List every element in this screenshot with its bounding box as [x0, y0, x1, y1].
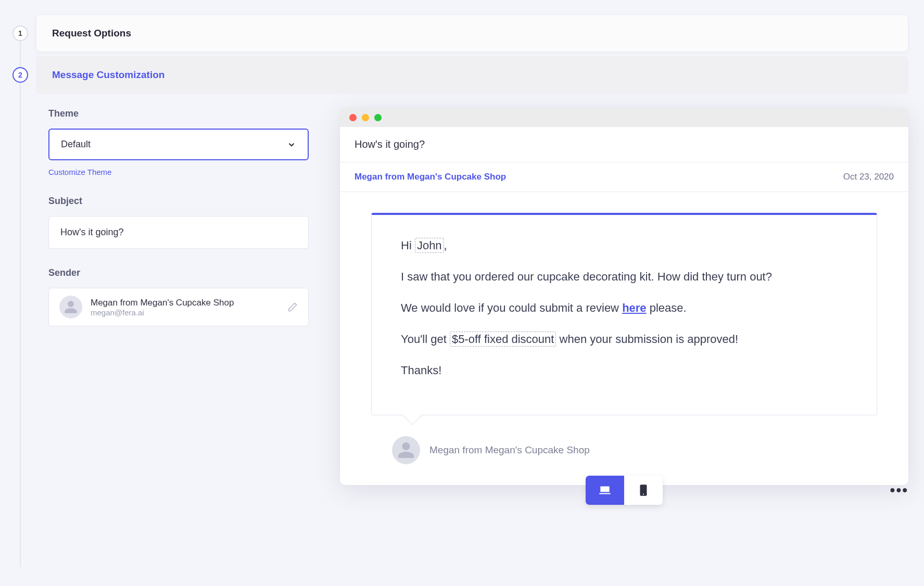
laptop-icon [598, 483, 612, 497]
sender-card[interactable]: Megan from Megan's Cupcake Shop megan@fe… [48, 288, 309, 326]
subject-label: Subject [48, 196, 309, 207]
step-1-indicator: 1 [12, 26, 28, 41]
device-toggle-group [586, 476, 663, 505]
window-maximize-icon [374, 114, 382, 121]
window-close-icon [349, 114, 357, 121]
person-icon [397, 441, 415, 460]
window-minimize-icon [362, 114, 369, 121]
email-preview-window: How's it going? Megan from Megan's Cupca… [340, 108, 908, 485]
preview-date: Oct 23, 2020 [843, 172, 894, 182]
greeting-pre: Hi [401, 239, 415, 252]
window-titlebar [340, 108, 908, 127]
body-line-4-pre: You'll get [401, 333, 450, 346]
author-name: Megan from Megan's Cupcake Shop [429, 444, 590, 456]
body-line-4-post: when your submission is approved! [556, 333, 738, 346]
more-options-button[interactable]: ••• [890, 482, 908, 499]
sender-email-text: megan@fera.ai [91, 308, 279, 317]
discount-token[interactable]: $5-off fixed discount [450, 332, 556, 347]
sender-avatar [59, 296, 82, 319]
customize-theme-link[interactable]: Customize Theme [48, 168, 111, 176]
body-line-3-post: please. [647, 301, 687, 314]
person-icon [64, 300, 78, 314]
preview-from: Megan from Megan's Cupcake Shop [355, 172, 506, 182]
name-token[interactable]: John [415, 238, 444, 253]
mobile-icon [637, 483, 650, 497]
theme-label: Theme [48, 108, 309, 119]
subject-input[interactable] [48, 216, 309, 249]
preview-subject: How's it going? [340, 127, 908, 162]
author-avatar [392, 436, 420, 464]
sender-label: Sender [48, 267, 309, 278]
step-1-header[interactable]: Request Options [36, 15, 908, 52]
desktop-preview-button[interactable] [586, 476, 624, 505]
step-2-header[interactable]: Message Customization [36, 56, 908, 94]
review-here-link[interactable]: here [622, 301, 646, 314]
body-line-2: I saw that you ordered our cupcake decor… [401, 268, 847, 286]
theme-select[interactable]: Default [48, 129, 309, 160]
step-connector-line [20, 26, 21, 567]
step-2-indicator: 2 [12, 67, 28, 83]
edit-icon[interactable] [287, 302, 298, 312]
body-line-3-pre: We would love if you could submit a revi… [401, 301, 622, 314]
chevron-down-icon [287, 140, 296, 149]
email-body[interactable]: Hi John, I saw that you ordered our cupc… [371, 213, 877, 415]
theme-select-value: Default [61, 139, 91, 150]
sender-name-text: Megan from Megan's Cupcake Shop [91, 298, 279, 308]
greeting-post: , [444, 239, 447, 252]
mobile-preview-button[interactable] [624, 476, 663, 505]
speech-tail-icon [402, 405, 423, 426]
body-line-5: Thanks! [401, 362, 847, 379]
